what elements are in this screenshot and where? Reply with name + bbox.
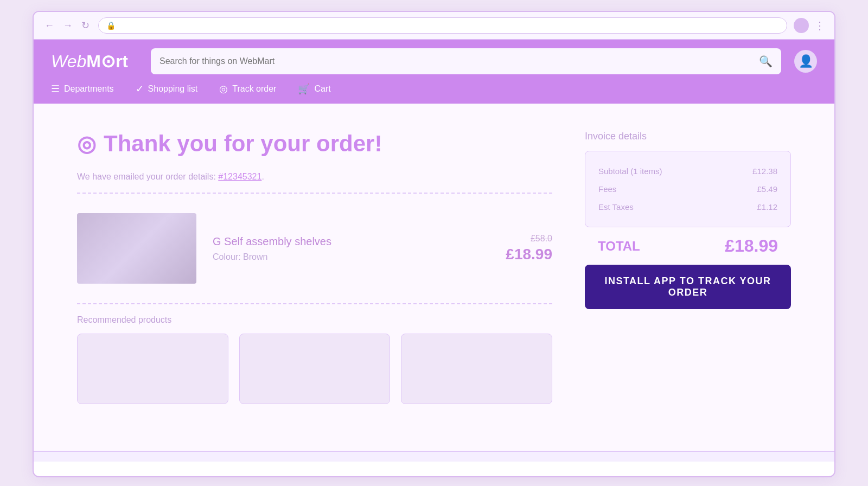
user-avatar[interactable]: 👤 xyxy=(794,50,817,73)
product-info: G Self assembly shelves Colour: Brown xyxy=(213,235,489,262)
order-success-icon: ◎ xyxy=(77,131,96,156)
invoice-box: Subtotal (1 items) £12.38 Fees £5.49 Est… xyxy=(585,151,791,227)
recommended-card-2[interactable] xyxy=(239,334,391,404)
site-header: WebM⊙rt 🔍 👤 xyxy=(34,40,834,83)
address-bar: 🔒 xyxy=(98,17,787,34)
total-label: TOTAL xyxy=(598,239,640,254)
product-price-block: £58.0 £18.99 xyxy=(506,234,552,263)
browser-nav-buttons: ← → ↻ xyxy=(42,18,92,33)
nav-track-order-label: Track order xyxy=(232,84,276,94)
invoice-total-row: TOTAL £18.99 xyxy=(585,227,791,265)
nav-shopping-list[interactable]: ✓ Shopping list xyxy=(136,83,198,95)
order-number-link[interactable]: #12345321 xyxy=(218,172,261,181)
order-details: ◎ Thank you for your order! We have emai… xyxy=(77,131,552,404)
taxes-value: £1.12 xyxy=(757,202,777,212)
original-price: £58.0 xyxy=(506,234,552,244)
search-input[interactable] xyxy=(159,56,754,66)
recommended-grid xyxy=(77,334,552,404)
bottom-divider xyxy=(77,303,552,304)
invoice-title: Invoice details xyxy=(585,131,791,142)
subtotal-value: £12.38 xyxy=(752,167,777,176)
fees-label: Fees xyxy=(598,184,616,194)
recommended-card-1[interactable] xyxy=(77,334,228,404)
browser-window: ← → ↻ 🔒 ⋮ WebM⊙rt 🔍 👤 ☰ Departments xyxy=(33,11,835,477)
browser-actions: ⋮ xyxy=(794,18,826,33)
top-divider xyxy=(77,193,552,194)
product-row: G Self assembly shelves Colour: Brown £5… xyxy=(77,202,552,295)
browser-menu-icon[interactable]: ⋮ xyxy=(814,19,826,32)
nav-cart-label: Cart xyxy=(314,84,330,94)
site-logo[interactable]: WebM⊙rt xyxy=(51,51,138,72)
browser-toolbar: ← → ↻ 🔒 ⋮ xyxy=(34,12,834,40)
page-title: ◎ Thank you for your order! xyxy=(77,131,552,157)
subtotal-label: Subtotal (1 items) xyxy=(598,167,662,176)
nav-departments[interactable]: ☰ Departments xyxy=(51,83,114,95)
recommended-title: Recommended products xyxy=(77,315,552,325)
browser-bottom-bar xyxy=(34,451,834,462)
nav-departments-label: Departments xyxy=(64,84,114,94)
install-app-button[interactable]: INSTALL APP TO TRACK YOUR ORDER xyxy=(585,265,791,309)
email-notice: We have emailed your order details: #123… xyxy=(77,172,552,182)
search-bar: 🔍 xyxy=(151,48,781,74)
product-image xyxy=(77,213,196,284)
taxes-label: Est Taxes xyxy=(598,202,634,212)
departments-icon: ☰ xyxy=(51,83,60,95)
reload-button[interactable]: ↻ xyxy=(79,18,92,33)
product-name: G Self assembly shelves xyxy=(213,235,489,248)
site-nav: ☰ Departments ✓ Shopping list ◎ Track or… xyxy=(34,83,834,104)
product-colour: Colour: Brown xyxy=(213,252,489,262)
fees-value: £5.49 xyxy=(757,184,777,194)
total-amount: £18.99 xyxy=(725,236,778,256)
track-order-icon: ◎ xyxy=(219,83,228,95)
browser-profile-icon xyxy=(794,18,809,33)
recommended-card-3[interactable] xyxy=(401,334,552,404)
nav-cart[interactable]: 🛒 Cart xyxy=(298,83,330,95)
nav-track-order[interactable]: ◎ Track order xyxy=(219,83,276,95)
main-content: ◎ Thank you for your order! We have emai… xyxy=(34,104,834,451)
invoice-subtotal-row: Subtotal (1 items) £12.38 xyxy=(598,162,777,180)
lock-icon: 🔒 xyxy=(106,21,116,30)
cart-icon: 🛒 xyxy=(298,83,310,95)
invoice-panel: Invoice details Subtotal (1 items) £12.3… xyxy=(585,131,791,404)
address-input[interactable] xyxy=(120,21,779,30)
product-image-placeholder xyxy=(77,213,196,284)
shopping-list-icon: ✓ xyxy=(136,83,144,95)
sale-price: £18.99 xyxy=(506,246,552,263)
invoice-taxes-row: Est Taxes £1.12 xyxy=(598,198,777,216)
thank-you-section: ◎ Thank you for your order! We have emai… xyxy=(77,131,791,404)
recommended-section: Recommended products xyxy=(77,315,552,404)
nav-shopping-list-label: Shopping list xyxy=(148,84,198,94)
search-icon[interactable]: 🔍 xyxy=(759,55,773,68)
invoice-fees-row: Fees £5.49 xyxy=(598,180,777,198)
forward-button[interactable]: → xyxy=(61,19,75,33)
back-button[interactable]: ← xyxy=(42,19,56,33)
